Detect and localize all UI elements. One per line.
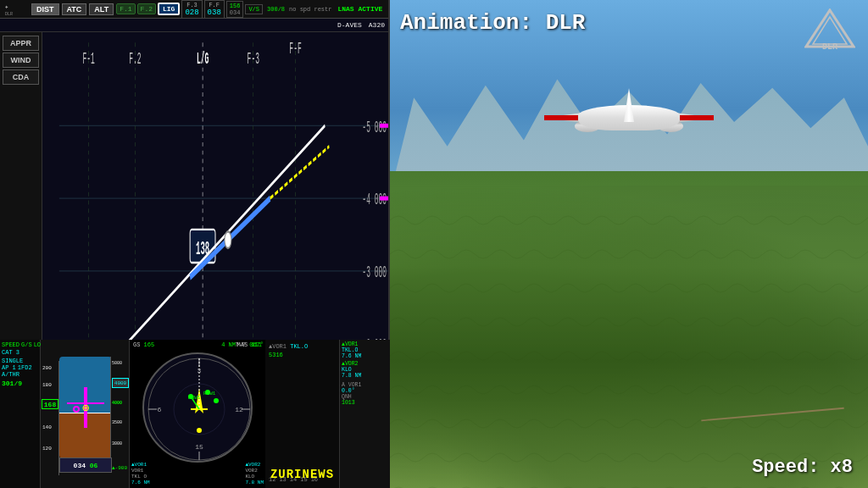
svg-text:RNW1: RNW1 xyxy=(188,395,201,401)
svg-text:12: 12 xyxy=(235,406,243,413)
gs-label: G/S xyxy=(21,341,32,348)
svg-text:RNW1: RNW1 xyxy=(203,391,216,396)
f1-badge: F.1 xyxy=(116,3,135,14)
bottom-instruments: SPEED G/S LOC CAT 3 SINGLE AP 1 1FD2 A/T… xyxy=(0,340,390,488)
tp-label: T-P xyxy=(235,341,249,348)
single-label: SINGLE xyxy=(2,358,23,364)
status-section: ▲VOR1 TKL.O 5316 1213141516 ZURINEWS xyxy=(265,340,339,488)
svg-text:F.2: F.2 xyxy=(129,50,141,68)
qnh-display: A VOR1 0.0° QNH 1013 xyxy=(342,382,388,406)
svg-text:F-3: F-3 xyxy=(248,50,259,68)
aircraft-type: A320 xyxy=(369,21,385,29)
terrain-detail xyxy=(390,186,868,488)
f3-data: F.3 028 xyxy=(181,0,202,19)
svg-marker-69 xyxy=(806,10,854,47)
qnh-panel: ▲VOR1 TKL.O 7.6 NM ▲VOR2 KLO 7.8 NM A VO… xyxy=(339,340,390,488)
nm-label: 4 NM xyxy=(221,341,236,348)
svg-text:L/G: L/G xyxy=(197,50,209,68)
heading-tape: 034 06 xyxy=(59,458,112,473)
aircraft-3d-model xyxy=(544,71,714,173)
vor1-sub: ▲VOR1 TKL.O 7.6 NM xyxy=(342,341,388,359)
appr-button[interactable]: APPR xyxy=(3,36,39,51)
right-panel: Animation: DLR DLR Speed: x8 xyxy=(390,0,868,488)
vor1-info: ▲VOR1 VOR1 TKL O 7.6 NM xyxy=(131,462,150,485)
gs-val: 301/9 xyxy=(2,380,22,387)
svg-text:F-1: F-1 xyxy=(83,50,95,68)
nd-compass: 3 15 6 12 xyxy=(142,352,253,463)
atc-button[interactable]: ATC xyxy=(62,3,87,15)
wind-info: 5316 xyxy=(269,352,336,358)
vor2-sub: ▲VOR2 KLO 7.8 NM xyxy=(342,361,388,379)
dlr-symbol-svg: DLR xyxy=(804,8,855,51)
dlr-logo-right: DLR xyxy=(804,8,855,51)
ap1-label: AP 1 xyxy=(2,364,16,371)
callsign: D-AVES xyxy=(337,21,362,29)
top-bar: ✈ DLR DIST ATC ALT F.1 F.2 LIG F.3 028 F… xyxy=(0,0,388,19)
svg-text:DLR: DLR xyxy=(5,12,13,17)
nd-section: GS 165 MAS 111 3 15 6 xyxy=(130,340,265,488)
wind-button[interactable]: WIND xyxy=(3,53,39,68)
tp-val: 067° xyxy=(249,341,264,348)
attitude-indicator: ⊕ xyxy=(59,357,112,458)
svg-text:15: 15 xyxy=(195,443,203,451)
svg-text:DLR: DLR xyxy=(822,42,837,51)
svg-point-26 xyxy=(225,231,231,248)
f2-badge: F.2 xyxy=(137,3,156,14)
vor2-info: ▲VOR2 VOR2 KLO 7.8 NM xyxy=(245,462,264,485)
animation-label: Animation: DLR xyxy=(400,10,585,36)
alt-tape: 5000 4500 4000 3500 3000 4000 xyxy=(110,357,129,458)
left-panel: ✈ DLR DIST ATC ALT F.1 F.2 LIG F.3 028 F… xyxy=(0,0,390,488)
lnas-active: LNAS ACTIVE xyxy=(337,5,382,13)
v15-badge: V/S xyxy=(245,4,263,14)
dlr-logo-left: ✈ DLR xyxy=(3,2,29,17)
cda-button[interactable]: CDA xyxy=(3,69,39,85)
ff-data: F.F 038 xyxy=(204,0,225,19)
qnh-label: ▲VOR1 TKL.O xyxy=(269,343,308,350)
svg-text:✈: ✈ xyxy=(5,4,8,10)
cat-label: CAT 3 xyxy=(2,349,19,356)
fd2-label: 1FD2 xyxy=(18,364,32,371)
svg-text:6: 6 xyxy=(158,406,162,413)
speed-labels: SPEED G/S LOC CAT 3 SINGLE AP 1 1FD2 A/T… xyxy=(0,340,41,488)
spd-data: 156 034 xyxy=(226,1,244,18)
green-dot-badge: 300/8 xyxy=(267,6,285,13)
dist-button[interactable]: DIST xyxy=(31,3,59,15)
nd-gs: GS 165 xyxy=(133,341,154,348)
speed-label: Speed: x8 xyxy=(752,457,853,478)
alt-button[interactable]: ALT xyxy=(89,3,114,15)
pfd-section: 200 180 160 140 120 168 ⊕ xyxy=(41,340,130,488)
svg-point-68 xyxy=(197,428,202,433)
svg-text:-3 000: -3 000 xyxy=(362,264,387,282)
speed-tape: 200 180 160 140 120 168 xyxy=(41,361,59,475)
no-spd-restr: no spd restr xyxy=(289,6,331,13)
svg-text:F-F: F-F xyxy=(289,40,301,58)
zurich-news: ZURINEWS xyxy=(265,468,339,481)
lig-badge: LIG xyxy=(158,3,180,15)
athr-label: A/THR xyxy=(2,371,19,378)
speed-label: SPEED xyxy=(2,341,19,348)
main-container: ✈ DLR DIST ATC ALT F.1 F.2 LIG F.3 028 F… xyxy=(0,0,868,488)
svg-point-63 xyxy=(214,398,219,403)
